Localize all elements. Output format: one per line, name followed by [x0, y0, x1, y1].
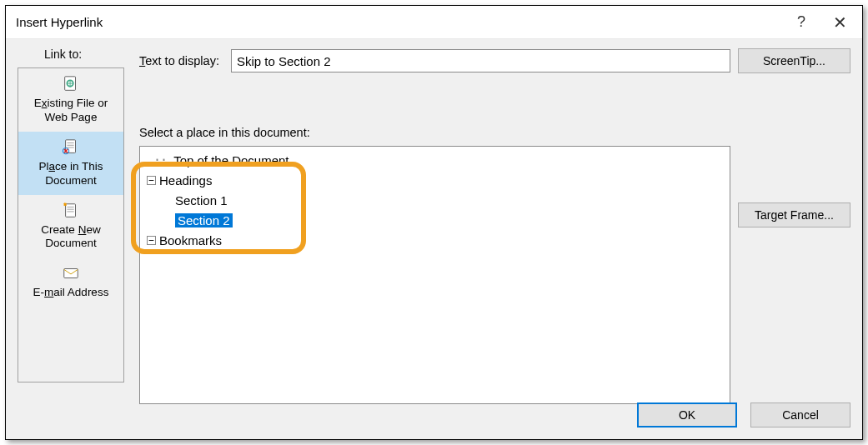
place-in-document-icon — [62, 138, 80, 157]
svg-rect-4 — [66, 203, 76, 217]
collapse-icon[interactable]: − — [147, 176, 156, 185]
ok-button[interactable]: OK — [637, 402, 737, 428]
sidebar-item-label: E-mail Address — [22, 286, 120, 300]
select-place-label: Select a place in this document: — [139, 126, 310, 139]
link-to-sidebar: Existing File orWeb Page Place in ThisDo… — [18, 68, 124, 382]
help-button[interactable]: ? — [782, 8, 820, 37]
document-places-tree[interactable]: ·· Top of the Document −Headings Section… — [139, 146, 730, 404]
svg-point-5 — [64, 202, 66, 204]
close-button[interactable]: ✕ — [820, 8, 859, 37]
sidebar-item-place-in-document[interactable]: Place in ThisDocument — [18, 132, 123, 195]
titlebar: Insert Hyperlink ? ✕ — [6, 6, 862, 39]
screentip-button[interactable]: ScreenTip... — [738, 48, 850, 73]
text-to-display-input[interactable] — [231, 49, 730, 72]
existing-file-icon — [62, 75, 80, 93]
svg-rect-2 — [66, 140, 76, 153]
tree-line-icon: ·· — [147, 152, 173, 168]
create-new-icon — [62, 202, 80, 220]
tree-item-section2[interactable]: Section 2 — [147, 210, 723, 230]
text-to-display-label: Text to display: — [139, 54, 219, 68]
tree-item-headings[interactable]: −Headings — [147, 170, 723, 190]
insert-hyperlink-dialog: Insert Hyperlink ? ✕ Link to: Existing F… — [5, 5, 863, 440]
tree-item-top[interactable]: ·· Top of the Document — [147, 150, 723, 170]
collapse-icon[interactable]: − — [147, 236, 156, 245]
sidebar-item-existing-file[interactable]: Existing File orWeb Page — [18, 68, 123, 132]
cancel-button[interactable]: Cancel — [750, 402, 850, 428]
email-icon — [62, 264, 80, 282]
sidebar-item-create-new[interactable]: Create NewDocument — [18, 195, 123, 258]
sidebar-item-label: Create NewDocument — [22, 223, 120, 252]
sidebar-item-label: Place in ThisDocument — [22, 160, 120, 188]
sidebar-item-label: Existing File orWeb Page — [22, 97, 120, 125]
dialog-title: Insert Hyperlink — [16, 15, 782, 29]
dialog-content: Link to: Existing File orWeb Page Place … — [6, 39, 862, 439]
tree-item-section1[interactable]: Section 1 — [147, 190, 723, 210]
sidebar-item-email[interactable]: E-mail Address — [18, 258, 123, 307]
target-frame-button[interactable]: Target Frame... — [738, 202, 850, 228]
svg-rect-6 — [64, 269, 78, 278]
tree-item-bookmarks[interactable]: −Bookmarks — [147, 230, 723, 250]
link-to-label: Link to: — [44, 48, 82, 61]
